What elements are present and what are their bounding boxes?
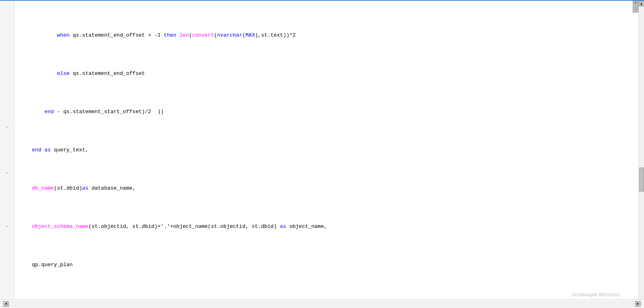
gutter-line-18 [0,131,14,138]
scroll-left-button[interactable]: ◄ [3,301,9,307]
gutter-line-4 [0,24,14,31]
gutter-line-19 [0,138,14,146]
line-gutter: − − − [0,1,14,308]
horizontal-scroll-area: ◄ ► [3,301,641,307]
gutter-line-32 [0,238,14,246]
code-line-1: when qs.statement_end_offset = -1 then l… [18,31,638,39]
gutter-line-28 [0,207,14,215]
gutter-line-16 [0,116,14,123]
gutter-line-24 [0,177,14,184]
gutter-line-14 [0,100,14,108]
gutter-line-6 [0,39,14,47]
gutter-collapse-2[interactable]: − [0,169,14,177]
gutter-line-8 [0,54,14,62]
code-line-5: db_name(st.dbid)as database_name, [18,184,638,192]
gutter-line-12 [0,85,14,93]
scroll-thumb[interactable] [639,167,644,192]
gutter-line-22 [0,161,14,169]
zoom-out-button[interactable]: − [633,7,638,12]
gutter-line-7 [0,47,14,54]
gutter-collapse-3[interactable]: − [0,223,14,230]
gutter-line-11 [0,77,14,85]
gutter-line-9 [0,62,14,70]
gutter-line-34 [0,253,14,261]
gutter-line-29 [0,215,14,223]
gutter-line-33 [0,246,14,253]
gutter-collapse-1[interactable]: − [0,123,14,131]
scroll-track[interactable] [639,6,644,302]
editor-container: − − − when qs.statement_end_offset = -1 … [0,0,644,308]
scroll-up-button[interactable]: ▲ [639,1,644,6]
gutter-line-25 [0,184,14,192]
gutter-line-15 [0,108,14,116]
bottom-bar: ◄ ► [0,299,644,308]
gutter-line-31 [0,230,14,238]
gutter-line-35 [0,261,14,269]
code-content: when qs.statement_end_offset = -1 then l… [18,1,638,308]
zoom-controls: + − [633,1,638,12]
code-line-3: end - qs.statement_start_offset)/2 )) [18,108,638,116]
gutter-line-27 [0,200,14,207]
h-scroll-track[interactable] [9,301,635,307]
gutter-line-20 [0,146,14,154]
gutter-line-1 [0,1,14,8]
code-editor[interactable]: when qs.statement_end_offset = -1 then l… [14,1,638,308]
vertical-scrollbar[interactable]: ▲ ▼ [638,1,644,308]
code-line-4: end as query_text, [18,146,638,154]
gutter-line-10 [0,70,14,77]
code-line-7: qp.query_plan [18,261,638,269]
windows-watermark: Активация Windows [572,291,620,298]
gutter-line-21 [0,154,14,161]
zoom-in-button[interactable]: + [633,1,638,6]
gutter-line-5 [0,31,14,39]
gutter-line-26 [0,192,14,200]
gutter-line-13 [0,93,14,100]
code-line-6: object_schema_name(st.objectid, st.dbid)… [18,223,638,230]
scroll-right-button[interactable]: ► [635,301,641,307]
code-line-2: else qs.statement_end_offset [18,70,638,77]
gutter-line-3 [0,16,14,24]
gutter-line-2 [0,8,14,16]
